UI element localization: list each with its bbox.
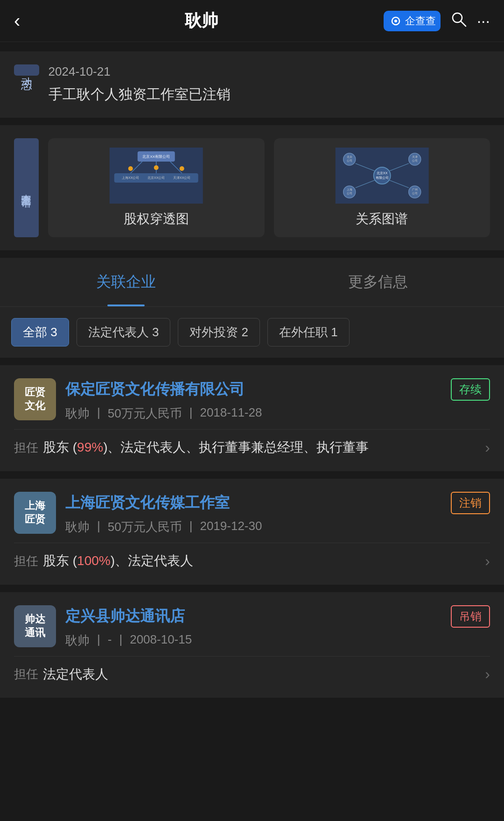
chevron-right-2: ›	[485, 552, 490, 570]
svg-text:北京XX有限公司: 北京XX有限公司	[142, 155, 170, 159]
relation-label: 关系图谱	[356, 210, 408, 228]
role-text-2: 股东 (100%)、法定代表人	[43, 551, 485, 572]
relation-chart-card[interactable]: 北京XX 有限公司 北京 公司 天津 公司 上海 公司 广州 公司	[274, 138, 490, 237]
header-actions: 企查查 ···	[384, 10, 490, 32]
charts-section: 查查图谱 北京XX有限公司 上海XX公司 北京XX公司	[0, 125, 504, 250]
company-info-2: 上海匠贤文化传媒工作室 注销 耿帅 | 50万元人民币 | 2019-12-30	[65, 492, 490, 535]
role-label-3: 担任	[14, 666, 38, 682]
role-text-1: 股东 (99%)、法定代表人、执行董事兼总经理、执行董事	[43, 437, 485, 458]
svg-point-18	[154, 165, 159, 170]
company-name-row-1: 保定匠贤文化传播有限公司 存续	[65, 378, 490, 401]
back-button[interactable]: ‹	[14, 10, 20, 31]
svg-text:广州: 广州	[412, 188, 417, 191]
company-header-1: 匠贤 文化 保定匠贤文化传播有限公司 存续 耿帅 | 50万元人民币 | 201…	[14, 378, 490, 422]
svg-text:北京: 北京	[346, 155, 352, 158]
filter-external[interactable]: 在外任职 1	[267, 318, 350, 347]
svg-text:公司: 公司	[412, 159, 417, 162]
filter-chips: 全部 3 法定代表人 3 对外投资 2 在外任职 1	[0, 307, 504, 358]
svg-text:天津XX公司: 天津XX公司	[173, 176, 190, 179]
company-name-row-2: 上海匠贤文化传媒工作室 注销	[65, 492, 490, 514]
dynamic-text: 手工耿个人独资工作室已注销	[49, 84, 490, 105]
company-logo-3: 帅达 通讯	[14, 605, 56, 647]
page-title: 耿帅	[20, 9, 383, 32]
search-icon[interactable]	[450, 10, 468, 32]
dynamic-content: 2024-10-21 手工耿个人独资工作室已注销	[49, 64, 490, 105]
filter-invest[interactable]: 对外投资 2	[178, 318, 260, 347]
svg-line-4	[461, 21, 466, 26]
qichacha-icon	[388, 14, 403, 28]
company-name-1: 保定匠贤文化传播有限公司	[65, 379, 451, 400]
company-header-3: 帅达 通讯 定兴县帅达通讯店 吊销 耿帅 | - | 2008-10-15	[14, 605, 490, 649]
tab-related[interactable]: 关联企业	[0, 258, 252, 306]
company-card-1[interactable]: 匠贤 文化 保定匠贤文化传播有限公司 存续 耿帅 | 50万元人民币 | 201…	[0, 365, 504, 471]
equity-label: 股权穿透图	[124, 210, 189, 228]
company-meta-1: 耿帅 | 50万元人民币 | 2018-11-28	[65, 405, 490, 422]
qichacha-logo[interactable]: 企查查	[384, 11, 441, 31]
company-info-1: 保定匠贤文化传播有限公司 存续 耿帅 | 50万元人民币 | 2018-11-2…	[65, 378, 490, 422]
svg-point-19	[180, 166, 184, 171]
filter-legal[interactable]: 法定代表人 3	[77, 318, 171, 347]
company-info-3: 定兴县帅达通讯店 吊销 耿帅 | - | 2008-10-15	[65, 605, 490, 649]
company-meta-3: 耿帅 | - | 2008-10-15	[65, 632, 490, 649]
company-name-2: 上海匠贤文化传媒工作室	[65, 493, 451, 513]
qichacha-label: 企查查	[405, 14, 436, 28]
company-meta-2: 耿帅 | 50万元人民币 | 2019-12-30	[65, 519, 490, 535]
svg-point-21	[373, 167, 390, 184]
svg-text:公司: 公司	[346, 159, 352, 162]
dynamic-date: 2024-10-21	[49, 64, 490, 79]
role-label-1: 担任	[14, 439, 38, 456]
tabs-header: 关联企业 更多信息	[0, 258, 504, 307]
status-badge-1: 存续	[451, 378, 490, 401]
role-row-2: 担任 股东 (100%)、法定代表人 ›	[14, 543, 490, 572]
company-name-3: 定兴县帅达通讯店	[65, 606, 451, 627]
svg-text:天津: 天津	[412, 156, 417, 158]
svg-text:北京XX公司: 北京XX公司	[147, 176, 165, 179]
dynamic-tag: 动态	[14, 64, 39, 76]
tab-more-info[interactable]: 更多信息	[252, 258, 504, 306]
company-header-2: 上海 匠贤 上海匠贤文化传媒工作室 注销 耿帅 | 50万元人民币 | 2019…	[14, 492, 490, 535]
svg-point-17	[128, 166, 133, 171]
equity-chart-card[interactable]: 北京XX有限公司 上海XX公司 北京XX公司 天津XX公司	[48, 138, 265, 237]
role-row-1: 担任 股东 (99%)、法定代表人、执行董事兼总经理、执行董事 ›	[14, 429, 490, 458]
more-icon[interactable]: ···	[477, 12, 490, 30]
chevron-right-3: ›	[485, 665, 490, 683]
company-name-row-3: 定兴县帅达通讯店 吊销	[65, 605, 490, 628]
chevron-right-1: ›	[485, 439, 490, 456]
role-text-3: 法定代表人	[43, 664, 485, 685]
company-logo-2: 上海 匠贤	[14, 492, 56, 534]
status-badge-3: 吊销	[451, 605, 490, 628]
charts-tag: 查查图谱	[14, 138, 39, 237]
charts-grid: 北京XX有限公司 上海XX公司 北京XX公司 天津XX公司	[48, 138, 490, 237]
dynamic-section: 动态 2024-10-21 手工耿个人独资工作室已注销	[0, 51, 504, 118]
company-card-2[interactable]: 上海 匠贤 上海匠贤文化传媒工作室 注销 耿帅 | 50万元人民币 | 2019…	[0, 479, 504, 585]
company-logo-1: 匠贤 文化	[14, 378, 56, 420]
tabs-section: 关联企业 更多信息	[0, 258, 504, 307]
status-badge-2: 注销	[451, 492, 490, 514]
role-row-3: 担任 法定代表人 ›	[14, 656, 490, 685]
role-label-2: 担任	[14, 553, 38, 569]
svg-text:上海: 上海	[346, 188, 352, 191]
equity-thumbnail: 北京XX有限公司 上海XX公司 北京XX公司 天津XX公司	[57, 148, 255, 204]
svg-point-2	[394, 20, 397, 22]
svg-text:上海XX公司: 上海XX公司	[122, 176, 139, 179]
company-card-3[interactable]: 帅达 通讯 定兴县帅达通讯店 吊销 耿帅 | - | 2008-10-15 担任…	[0, 592, 504, 698]
svg-text:公司: 公司	[346, 192, 352, 195]
svg-text:北京XX: 北京XX	[377, 171, 388, 175]
filter-all[interactable]: 全部 3	[11, 318, 69, 347]
header: ‹ 耿帅 企查查 ···	[0, 0, 504, 42]
svg-text:公司: 公司	[412, 192, 417, 195]
svg-text:有限公司: 有限公司	[375, 176, 388, 179]
relation-thumbnail: 北京XX 有限公司 北京 公司 天津 公司 上海 公司 广州 公司	[283, 148, 481, 204]
